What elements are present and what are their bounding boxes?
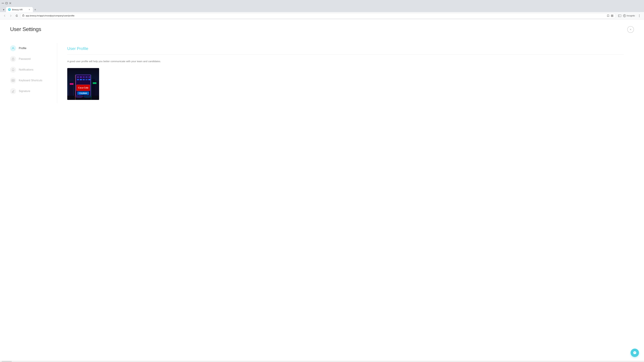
- svg-rect-6: [22, 15, 24, 16]
- svg-point-14: [624, 16, 625, 17]
- tab-favicon: [8, 8, 11, 11]
- svg-point-65: [634, 353, 634, 353]
- svg-rect-9: [611, 16, 612, 17]
- password-icon: [10, 56, 16, 62]
- page-header: User Settings ×: [10, 26, 634, 33]
- svg-rect-24: [14, 80, 14, 80]
- svg-point-16: [639, 15, 640, 16]
- close-window-button[interactable]: [9, 2, 12, 4]
- window-controls: [2, 2, 12, 4]
- svg-text:CityWalk: CityWalk: [79, 92, 87, 94]
- svg-rect-21: [12, 79, 14, 81]
- sidebar-item-profile[interactable]: Profile: [10, 43, 54, 54]
- sidebar: Profile Password: [10, 43, 57, 103]
- sidebar-toggle-button[interactable]: [618, 14, 621, 17]
- url-input[interactable]: [26, 14, 605, 17]
- svg-point-66: [634, 353, 635, 353]
- content-panel: User Profile A good user profile will he…: [57, 43, 634, 103]
- svg-rect-25: [12, 81, 12, 81]
- tab-bar: ▼ Breezy HR × +: [0, 6, 644, 12]
- active-tab[interactable]: Breezy HR ×: [6, 7, 33, 12]
- extensions-button[interactable]: [610, 14, 614, 17]
- svg-point-5: [9, 9, 10, 9]
- keyboard-shortcuts-label: Keyboard Shortcuts: [19, 79, 42, 82]
- notifications-label: Notifications: [19, 68, 33, 71]
- content-divider: [67, 54, 624, 54]
- incognito-label: Incognito: [627, 14, 635, 17]
- scrollbar[interactable]: [0, 361, 644, 362]
- svg-rect-39: [80, 76, 82, 78]
- sidebar-item-keyboard-shortcuts[interactable]: Keyboard Shortcuts: [10, 75, 54, 86]
- close-settings-button[interactable]: ×: [627, 26, 634, 33]
- svg-rect-27: [14, 81, 14, 81]
- svg-rect-57: [78, 94, 79, 96]
- svg-point-15: [639, 14, 640, 15]
- sidebar-item-password[interactable]: Password: [10, 54, 54, 64]
- minimize-button[interactable]: [2, 2, 4, 4]
- keyboard-shortcuts-icon: [10, 77, 16, 83]
- back-button[interactable]: [2, 13, 8, 18]
- address-bar-actions: [606, 14, 614, 17]
- nav-right-actions: Incognito: [618, 13, 642, 18]
- incognito-badge: Incognito: [622, 13, 636, 18]
- svg-rect-40: [83, 76, 85, 78]
- svg-rect-47: [88, 79, 90, 80]
- svg-rect-26: [13, 81, 14, 81]
- signature-icon: [10, 88, 16, 94]
- svg-rect-44: [80, 79, 82, 80]
- svg-rect-38: [77, 76, 79, 78]
- svg-rect-41: [86, 76, 88, 78]
- nav-row: Incognito: [0, 12, 644, 19]
- new-tab-button[interactable]: +: [33, 7, 38, 12]
- scrollbar-thumb[interactable]: [2, 361, 12, 362]
- svg-rect-11: [618, 14, 621, 17]
- svg-rect-60: [88, 95, 89, 96]
- tab-scroll-arrow[interactable]: ▼: [1, 7, 6, 12]
- chat-button[interactable]: [630, 349, 639, 357]
- password-label: Password: [19, 57, 30, 60]
- signature-label: Signature: [19, 90, 30, 93]
- svg-point-67: [635, 353, 636, 353]
- profile-label: Profile: [19, 47, 26, 50]
- lock-icon: [22, 14, 24, 17]
- sidebar-item-notifications[interactable]: Notifications: [10, 64, 54, 75]
- svg-rect-59: [86, 95, 86, 96]
- bookmark-button[interactable]: [606, 14, 610, 17]
- svg-text:Coca-Cola: Coca-Cola: [78, 86, 88, 89]
- svg-rect-64: [93, 82, 96, 84]
- svg-rect-42: [88, 76, 90, 78]
- svg-rect-46: [86, 79, 88, 80]
- profile-icon: [10, 45, 16, 51]
- svg-rect-8: [612, 15, 613, 15]
- svg-point-56: [83, 95, 92, 98]
- browser-chrome: ▼ Breezy HR × +: [0, 0, 644, 19]
- reload-button[interactable]: [14, 13, 20, 18]
- page-title: User Settings: [10, 26, 41, 32]
- svg-rect-23: [13, 80, 14, 80]
- svg-rect-10: [612, 16, 613, 17]
- sidebar-item-signature[interactable]: Signature: [10, 86, 54, 96]
- svg-rect-58: [81, 95, 81, 96]
- svg-rect-43: [77, 79, 79, 80]
- svg-point-17: [639, 16, 640, 17]
- main-layout: Profile Password: [10, 43, 634, 103]
- forward-button[interactable]: [8, 13, 14, 18]
- more-options-button[interactable]: [636, 13, 642, 18]
- svg-rect-45: [83, 79, 85, 80]
- svg-rect-22: [12, 80, 12, 80]
- profile-image-container[interactable]: Coca-Cola CityWalk: [67, 68, 99, 100]
- content-description: A good user profile will help you better…: [67, 59, 624, 63]
- profile-image: Coca-Cola CityWalk: [67, 68, 99, 100]
- tab-close-button[interactable]: ×: [28, 8, 31, 11]
- tab-title-text: Breezy HR: [12, 8, 26, 11]
- svg-rect-0: [2, 3, 4, 3]
- svg-rect-54: [67, 96, 99, 100]
- svg-rect-1: [6, 2, 8, 4]
- page-content: User Settings × Profile: [0, 19, 644, 362]
- svg-point-20: [13, 59, 14, 60]
- content-section-title: User Profile: [67, 46, 624, 51]
- maximize-button[interactable]: [5, 2, 8, 4]
- address-bar[interactable]: [20, 13, 616, 18]
- notifications-icon: [10, 67, 16, 73]
- titlebar: [0, 0, 644, 6]
